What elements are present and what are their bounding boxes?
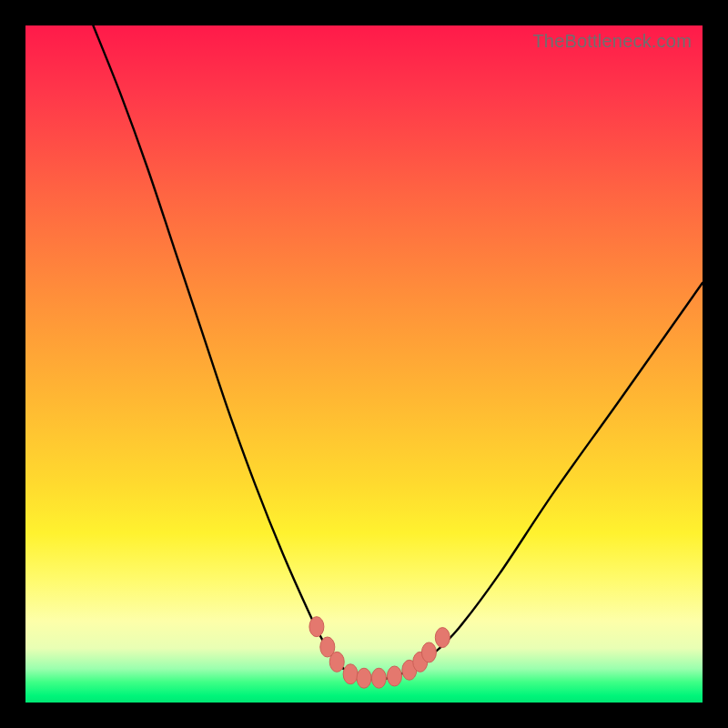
valley-marker	[329, 652, 344, 672]
curve-path	[93, 25, 703, 679]
valley-marker	[371, 668, 386, 688]
valley-marker	[343, 664, 358, 684]
valley-marker	[435, 628, 450, 648]
outer-frame: TheBottleneck.com	[0, 0, 728, 728]
valley-markers	[309, 617, 450, 689]
valley-marker	[421, 642, 436, 662]
plot-area: TheBottleneck.com	[25, 25, 703, 703]
valley-marker	[309, 617, 324, 637]
valley-marker	[357, 668, 371, 688]
bottleneck-curve	[25, 25, 703, 703]
valley-marker	[387, 666, 401, 686]
